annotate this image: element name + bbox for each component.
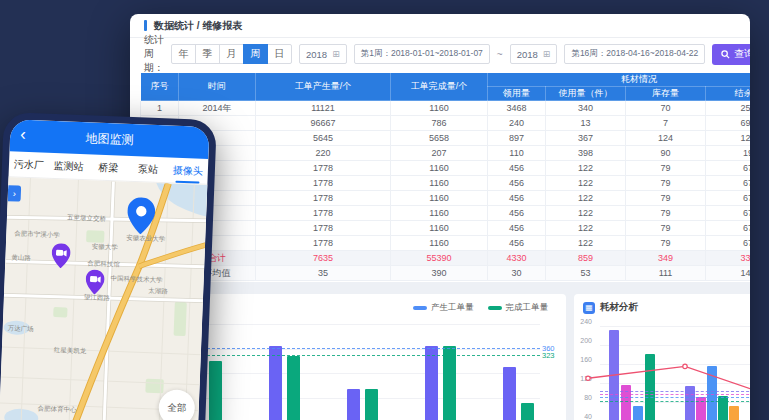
table-cell: 390: [391, 266, 488, 281]
camera-marker[interactable]: [85, 269, 105, 299]
period-option-月[interactable]: 月: [219, 44, 244, 64]
table-row: 5177811604561227967: [141, 161, 751, 176]
start-week-value: 第1周：2018-01-01~2018-01-07: [361, 48, 483, 60]
map-poi-label: 五里墩立交桥: [67, 213, 106, 223]
table-cell: 7635: [256, 251, 391, 266]
bar-完成工单量-g5: [521, 403, 534, 420]
legend-label: 完成工单量: [506, 302, 549, 314]
table-row: 296667786240137690: [141, 116, 751, 131]
table-cell: 1160: [391, 191, 488, 206]
col-header-created: 工单产生量/个: [256, 73, 391, 101]
table-row: 42202071103989019: [141, 146, 751, 161]
calendar-icon: ⊞: [543, 49, 551, 59]
map-expand-button[interactable]: ›: [8, 185, 22, 201]
dashboard-page: 数据统计 / 维修报表 统计周期： 年季月周日 2018 ⊞ 第1周：2018-…: [130, 14, 750, 420]
table-cell: 111: [626, 266, 706, 281]
map-view[interactable]: › 全部 五里墩立交桥合肥市宁溪小学安徽农业大学黄山路安徽大学合肥科技馆中国科学…: [0, 177, 207, 420]
table-cell: 67: [706, 176, 751, 191]
table-cell: 79: [626, 176, 706, 191]
table-cell: 110: [488, 146, 546, 161]
start-week-input[interactable]: 第1周：2018-01-01~2018-01-07: [354, 44, 490, 64]
trend-line: [574, 294, 750, 420]
table-cell: 79: [626, 236, 706, 251]
phone-tab-监测站[interactable]: 监测站: [48, 153, 89, 180]
phone-tab-污水厂[interactable]: 污水厂: [9, 151, 50, 178]
period-option-日[interactable]: 日: [267, 44, 292, 64]
table-cell: 1778: [256, 206, 391, 221]
phone-tab-桥梁[interactable]: 桥梁: [88, 154, 129, 181]
table-cell: 456: [488, 161, 546, 176]
table-cell: 140: [706, 266, 751, 281]
breadcrumb: 数据统计 / 维修报表: [154, 19, 242, 33]
camera-marker[interactable]: [51, 243, 71, 273]
period-segmented-control[interactable]: 年季月周日: [171, 44, 292, 64]
legend-label: 产生工单量: [431, 302, 474, 314]
period-option-年[interactable]: 年: [171, 44, 196, 64]
consumables-chart-card: ▦ 耗材分析 2402001601208040: [574, 294, 750, 420]
sub-col-header: 领用量: [488, 87, 546, 101]
table-cell: 240: [488, 116, 546, 131]
table-row: 12014年111211160346834070250: [141, 101, 751, 116]
table-cell: 122: [546, 191, 626, 206]
table-body: 12014年1112111603468340702502966677862401…: [141, 101, 751, 281]
table-cell: 456: [488, 191, 546, 206]
table-cell: 7: [626, 116, 706, 131]
table-row: 6177811604561227967: [141, 176, 751, 191]
sub-col-header: 使用量（件）: [546, 87, 626, 101]
map-poi-label: 万达广场: [8, 324, 34, 334]
table-cell: 122: [546, 236, 626, 251]
phone-tab-摄像头[interactable]: 摄像头: [168, 157, 209, 184]
legend-swatch: [413, 306, 427, 310]
start-year-select[interactable]: 2018 ⊞: [299, 44, 347, 64]
table-cell: 897: [488, 131, 546, 146]
table-cell: 207: [391, 146, 488, 161]
breadcrumb-accent: [144, 20, 147, 31]
reference-line: [152, 355, 540, 356]
chart-legend[interactable]: 产生工单量完成工单量: [413, 302, 548, 314]
bar-完成工单量-g4: [443, 346, 456, 420]
end-year-select[interactable]: 2018 ⊞: [510, 44, 558, 64]
map-poi-label: 太湖路: [148, 287, 168, 297]
end-week-input[interactable]: 第16周：2018-04-16~2018-04-22: [564, 44, 705, 64]
report-table: 序号 时间 工单产生量/个 工单完成量/个 耗材情况 领用量使用量（件）库存量结…: [140, 72, 750, 281]
phone-tab-泵站[interactable]: 泵站: [128, 156, 169, 183]
query-button[interactable]: 查询: [712, 44, 750, 65]
table-cell: 122: [546, 161, 626, 176]
table-cell: 5658: [391, 131, 488, 146]
table-cell: 456: [488, 206, 546, 221]
legend-item[interactable]: 完成工单量: [488, 302, 549, 314]
legend-item[interactable]: 产生工单量: [413, 302, 474, 314]
table-cell: 67: [706, 221, 751, 236]
table-cell: 67: [706, 236, 751, 251]
gridline: [152, 349, 540, 350]
table-cell: 1160: [391, 206, 488, 221]
bar-完成工单量-g2: [287, 356, 300, 420]
table-cell: 122: [546, 221, 626, 236]
table-cell: 349: [626, 251, 706, 266]
map-poi-label: 安徽大学: [92, 242, 118, 252]
table-cell: 129: [706, 131, 751, 146]
workorder-bar-chart: 360323: [152, 324, 540, 420]
period-label: 统计周期：: [144, 33, 164, 75]
table-cell: 1: [141, 101, 179, 116]
table-cell: 79: [626, 221, 706, 236]
reference-label: 323: [542, 351, 555, 360]
query-label: 查询: [734, 47, 750, 61]
phone-screen: ‹ 地图监测 污水厂监测站桥梁泵站摄像头: [0, 119, 210, 420]
selected-pin-marker[interactable]: [126, 197, 156, 239]
start-year-value: 2018: [306, 49, 327, 60]
table-row: 7177811604561227967: [141, 191, 751, 206]
table-cell: 79: [626, 191, 706, 206]
map-poi-label: 合肥体育中心: [37, 405, 76, 415]
period-option-周[interactable]: 周: [243, 44, 268, 64]
map-poi-label: 黄山路: [11, 253, 31, 263]
table-cell: 70: [626, 101, 706, 116]
period-option-季[interactable]: 季: [195, 44, 220, 64]
sub-col-header: 结余量: [706, 87, 751, 101]
table-cell: 4330: [488, 251, 546, 266]
table-cell: 1160: [391, 236, 488, 251]
map-poi-label: 合肥市宁溪小学: [14, 229, 60, 240]
table-cell: 367: [546, 131, 626, 146]
map-poi-label: 合肥科技馆: [87, 259, 120, 269]
back-icon[interactable]: ‹: [20, 124, 27, 146]
